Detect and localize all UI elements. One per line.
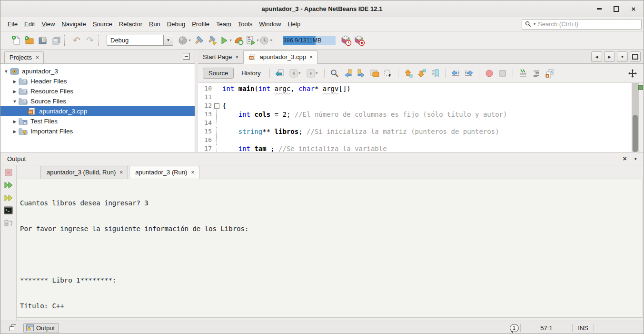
output-console[interactable]: Cuantos libros desea ingresar? 3 Por fav… [17, 179, 643, 318]
menu-source[interactable]: Source [89, 19, 116, 30]
menu-tools[interactable]: Tools [235, 19, 256, 30]
tab-run[interactable]: apuntador_3 (Run) × [129, 166, 199, 179]
menu-refactor[interactable]: Refactor [116, 19, 146, 30]
quick-search[interactable]: ▾ Search (Ctrl+I) [522, 19, 642, 30]
find-selection-button[interactable] [328, 67, 341, 80]
close-button[interactable]: × [628, 4, 639, 14]
minimize-panel-button[interactable] [183, 53, 190, 60]
open-project-button[interactable] [36, 34, 50, 47]
new-project-button[interactable] [23, 34, 36, 47]
save-all-button[interactable] [50, 34, 63, 47]
clean-build-project-button[interactable] [206, 34, 219, 47]
profiler-snapshot-button[interactable]: ▾ [259, 34, 272, 47]
tab-build-run[interactable]: apuntador_3 (Build, Run) × [40, 166, 128, 179]
chevron-down-icon[interactable]: ▼ [12, 99, 18, 104]
find-previous-button[interactable] [342, 67, 354, 80]
profile-project-button[interactable]: ▾ [246, 34, 259, 47]
chevron-down-icon[interactable]: ▼ [3, 69, 9, 74]
tab-apuntador-cpp[interactable]: cc apuntador_3.cpp × [243, 51, 317, 64]
code-line[interactable]: 13 int cols = 2; //El número de columnas… [198, 110, 627, 119]
scroll-tabs-right-button[interactable]: ▶ [604, 51, 615, 62]
close-icon[interactable]: × [191, 170, 194, 175]
shift-line-right-button[interactable] [463, 67, 475, 80]
tab-projects[interactable]: Projects × [4, 51, 44, 63]
fold-collapse-icon[interactable] [214, 103, 219, 109]
go-to-header-source-button[interactable]: hc [544, 67, 556, 80]
rerun-icon[interactable] [4, 181, 13, 190]
code-line[interactable]: 16 [198, 136, 627, 144]
chevron-right-icon[interactable]: ▶ [12, 129, 18, 134]
toggle-highlight-button[interactable] [368, 67, 381, 80]
menu-window[interactable]: Window [256, 19, 284, 30]
maximize-button[interactable] [611, 4, 622, 14]
code-line[interactable]: 17 int tam ; //Se inicializa la variable [198, 144, 627, 152]
toggle-bookmark-button[interactable] [429, 67, 441, 80]
close-icon[interactable]: × [119, 170, 123, 175]
code-line[interactable]: 14 [198, 119, 627, 127]
close-icon[interactable]: × [36, 55, 39, 61]
source-view-button[interactable]: Source [203, 68, 234, 79]
code-line[interactable]: 12{ [198, 101, 627, 110]
profile-point-record-button[interactable] [353, 34, 366, 47]
tree-item-resource-files[interactable]: ▶ Resource Files [0, 86, 195, 96]
dock-windows-icon[interactable] [9, 324, 17, 332]
menu-edit[interactable]: Edit [21, 19, 38, 30]
notifications-button[interactable]: 1 [508, 324, 520, 332]
configuration-select[interactable]: Debug ▼ [107, 35, 173, 46]
menu-debug[interactable]: Debug [164, 19, 188, 30]
editor-vertical-scrollbar[interactable] [632, 83, 639, 152]
uncomment-button[interactable] [530, 67, 543, 80]
back-button[interactable]: ▾ [287, 67, 303, 80]
menu-profile[interactable]: Profile [188, 19, 213, 30]
output-window-button[interactable]: Output [23, 323, 59, 333]
scroll-tabs-left-button[interactable]: ◀ [591, 51, 602, 62]
menu-run[interactable]: Run [146, 19, 164, 30]
comment-button[interactable] [517, 67, 529, 80]
tab-list-button[interactable]: ▼ [617, 51, 628, 62]
tree-item-apuntador-cpp[interactable]: cc apuntador_3.cpp [0, 106, 195, 116]
run-project-button[interactable]: ▾ [219, 34, 232, 47]
menu-help[interactable]: Help [284, 19, 304, 30]
chevron-right-icon[interactable]: ▶ [12, 79, 18, 84]
start-macro-recording-button[interactable] [483, 67, 495, 80]
tab-start-page[interactable]: Start Page × [198, 51, 243, 63]
split-document-button[interactable] [626, 67, 639, 80]
tree-item-source-files[interactable]: ▼ Source Files [0, 96, 195, 106]
tree-item-project[interactable]: ▼ apuntador_3 [0, 66, 195, 76]
tree-item-test-files[interactable]: ▶ Test Files [0, 116, 195, 126]
history-view-button[interactable]: History [237, 68, 265, 78]
close-icon[interactable]: × [235, 54, 238, 60]
debug-project-button[interactable] [232, 34, 246, 47]
forward-button[interactable]: ▾ [304, 67, 320, 80]
tree-item-important-files[interactable]: ▶ Important Files [0, 126, 195, 136]
shift-line-left-button[interactable] [449, 67, 462, 80]
code-line[interactable]: 15 string** libros; //Si inicializa la m… [198, 127, 627, 136]
close-output-button[interactable]: × [623, 155, 626, 162]
minimize-output-button[interactable]: ● [634, 157, 637, 161]
undo-button[interactable]: ↶ [70, 34, 83, 47]
output-settings-icon[interactable] [4, 218, 13, 227]
close-icon[interactable]: × [309, 54, 313, 60]
find-next-button[interactable] [355, 67, 367, 80]
chevron-right-icon[interactable]: ▶ [12, 89, 18, 94]
menu-team[interactable]: Team [213, 19, 235, 30]
code-editor[interactable]: 10int main(int argc, char* argv[]) 11 12… [198, 83, 644, 152]
insert-mode-indicator[interactable]: INS [573, 324, 594, 332]
rectangular-selection-button[interactable] [382, 67, 394, 80]
terminal-icon[interactable] [4, 206, 13, 214]
last-edit-location-button[interactable] [274, 67, 286, 80]
rerun-with-changes-icon[interactable] [4, 193, 13, 202]
next-bookmark-button[interactable] [416, 67, 428, 80]
code-line[interactable]: 11 [198, 93, 627, 101]
previous-bookmark-button[interactable] [402, 67, 415, 80]
minimize-button[interactable] [594, 4, 604, 14]
memory-indicator[interactable]: 386.9/1311MB [283, 36, 336, 45]
menu-navigate[interactable]: Navigate [58, 19, 89, 30]
scrollbar-thumb[interactable] [633, 115, 638, 152]
maximize-editor-button[interactable] [630, 51, 641, 62]
menu-view[interactable]: View [38, 19, 58, 30]
services-button[interactable]: ▾ [176, 34, 192, 47]
tree-item-header-files[interactable]: ▶ Header Files [0, 76, 195, 86]
chevron-right-icon[interactable]: ▶ [12, 119, 18, 124]
new-file-button[interactable] [10, 34, 23, 47]
